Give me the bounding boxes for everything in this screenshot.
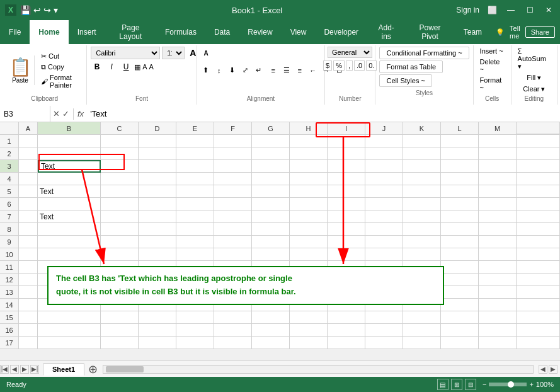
cancel-formula-button[interactable]: ✕ [53,109,60,118]
col-header-a[interactable]: A [19,122,38,135]
cell-m6[interactable] [479,198,517,210]
share-button[interactable]: Share [525,26,555,38]
sheet-tab-sheet1[interactable]: Sheet1 [43,363,84,376]
row-header-14[interactable]: 14 [0,299,19,311]
cell-k3[interactable] [403,160,441,173]
col-header-k[interactable]: K [403,122,441,135]
row-header-2[interactable]: 2 [0,147,19,160]
cell-b2[interactable] [38,147,101,160]
cell-a4[interactable] [19,173,38,185]
fill-button[interactable]: Fill ▾ [524,73,544,83]
tab-home[interactable]: Home [30,20,68,44]
name-box[interactable]: B3 [0,106,50,122]
cell-g2[interactable] [252,147,290,160]
col-header-m[interactable]: M [479,122,517,135]
wrap-text-button[interactable]: ↵ [253,65,265,76]
scrollbar-thumb[interactable] [106,366,144,372]
col-header-j[interactable]: J [365,122,403,135]
cell-a6[interactable] [19,198,38,210]
cell-j2[interactable] [365,147,403,160]
cell-extra1[interactable] [517,135,560,147]
cell-b4[interactable] [38,173,101,185]
cell-g7[interactable] [252,210,290,223]
number-format-select[interactable]: General [328,47,372,58]
cell-d5[interactable] [139,185,176,198]
row-header-4[interactable]: 4 [0,173,19,185]
paste-button[interactable]: 📋 Paste [6,55,35,85]
cell-j6[interactable] [365,198,403,210]
cut-button[interactable]: ✂ Cut [39,52,83,61]
col-header-l[interactable]: L [441,122,479,135]
cell-h3[interactable] [290,160,328,173]
row-header-16[interactable]: 16 [0,324,19,337]
tab-data[interactable]: Data [205,20,239,44]
cell-m4[interactable] [479,173,517,185]
cell-k2[interactable] [403,147,441,160]
row-header-11[interactable]: 11 [0,261,19,274]
cell-c7[interactable] [101,210,139,223]
conditional-formatting-button[interactable]: Conditional Formatting ~ [379,47,469,59]
cell-l6[interactable] [441,198,479,210]
italic-button[interactable]: I [105,61,118,73]
sign-in-link[interactable]: Sign in [456,6,479,14]
row-header-7[interactable]: 7 [0,210,19,223]
cell-k4[interactable] [403,173,441,185]
align-top-button[interactable]: ⬆ [200,65,212,76]
confirm-formula-button[interactable]: ✓ [62,109,69,118]
cell-extra6[interactable] [517,198,560,210]
cell-j1[interactable] [365,135,403,147]
cell-a3[interactable] [19,160,38,173]
cell-b1[interactable] [38,135,101,147]
cell-d4[interactable] [139,173,176,185]
cell-e6[interactable] [176,198,214,210]
normal-view-button[interactable]: ▤ [437,379,449,390]
tab-prev-button[interactable]: ◀ [10,365,19,374]
col-header-d[interactable]: D [139,122,176,135]
cell-j3[interactable] [365,160,403,173]
tab-file[interactable]: File [0,20,30,44]
cell-i4[interactable] [328,173,365,185]
row-header-1[interactable]: 1 [0,135,19,147]
cell-a5[interactable] [19,185,38,198]
comma-button[interactable]: , [346,61,353,71]
cell-i6[interactable] [328,198,365,210]
tab-powerpivot[interactable]: Power Pivot [405,20,455,44]
center-align-button[interactable]: ☰ [280,65,293,76]
cell-e4[interactable] [176,173,214,185]
tab-review[interactable]: Review [239,20,281,44]
angle-text-button[interactable]: ⤢ [239,65,252,76]
row-header-5[interactable]: 5 [0,185,19,198]
row-header-6[interactable]: 6 [0,198,19,210]
cell-h2[interactable] [290,147,328,160]
cell-c6[interactable] [101,198,139,210]
cell-i3[interactable] [328,160,365,173]
align-bottom-button[interactable]: ⬇ [226,65,239,76]
cell-c5[interactable] [101,185,139,198]
cell-f6[interactable] [214,198,252,210]
row-header-17[interactable]: 17 [0,337,19,349]
insert-cells-button[interactable]: Insert ~ [477,47,506,55]
scroll-right-button[interactable]: ▶ [549,365,557,374]
row-header-10[interactable]: 10 [0,248,19,261]
cell-i2[interactable] [328,147,365,160]
cell-f2[interactable] [214,147,252,160]
cell-styles-button[interactable]: Cell Styles ~ [379,74,431,87]
tab-first-button[interactable]: |◀ [0,365,9,374]
tab-last-button[interactable]: ▶| [30,365,39,374]
cell-h7[interactable] [290,210,328,223]
customize-qa-button[interactable]: ▾ [54,5,58,15]
increase-decimal-button[interactable]: .0 [354,61,365,71]
cell-m5[interactable] [479,185,517,198]
cell-h1[interactable] [290,135,328,147]
cell-e7[interactable] [176,210,214,223]
col-header-c[interactable]: C [101,122,139,135]
cell-g3[interactable] [252,160,290,173]
cell-l2[interactable] [441,147,479,160]
maximize-button[interactable]: ☐ [523,4,536,16]
row-header-15[interactable]: 15 [0,311,19,324]
copy-button[interactable]: ⧉ Copy [39,62,83,72]
cell-l7[interactable] [441,210,479,223]
cell-j7[interactable] [365,210,403,223]
cell-l4[interactable] [441,173,479,185]
tab-view[interactable]: View [282,20,316,44]
